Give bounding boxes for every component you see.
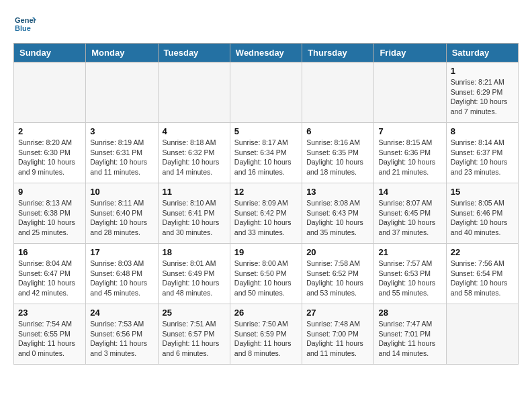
day-number: 20 [306, 247, 369, 257]
calendar-cell: 13Sunrise: 8:08 AM Sunset: 6:43 PM Dayli… [302, 183, 374, 244]
day-info: Sunrise: 8:10 AM Sunset: 6:41 PM Dayligh… [163, 198, 226, 238]
day-info: Sunrise: 8:18 AM Sunset: 6:32 PM Dayligh… [163, 138, 226, 177]
day-number: 14 [378, 187, 441, 197]
day-number: 21 [378, 247, 441, 257]
day-number: 12 [234, 187, 298, 197]
calendar-cell: 20Sunrise: 7:58 AM Sunset: 6:52 PM Dayli… [302, 244, 374, 304]
weekday-header-monday: Monday [86, 44, 158, 62]
day-info: Sunrise: 8:16 AM Sunset: 6:35 PM Dayligh… [306, 138, 369, 177]
day-number: 5 [234, 126, 298, 136]
day-number: 17 [90, 247, 153, 257]
day-info: Sunrise: 7:54 AM Sunset: 6:55 PM Dayligh… [18, 319, 81, 359]
day-number: 23 [18, 308, 81, 318]
calendar-cell: 3Sunrise: 8:19 AM Sunset: 6:31 PM Daylig… [86, 123, 158, 183]
day-number: 24 [90, 308, 153, 318]
page-header: General Blue [13, 13, 519, 36]
calendar-cell [302, 62, 374, 123]
calendar-cell: 22Sunrise: 7:56 AM Sunset: 6:54 PM Dayli… [446, 244, 518, 304]
day-number: 26 [234, 308, 298, 318]
day-number: 28 [378, 308, 441, 318]
day-number: 3 [90, 126, 153, 136]
weekday-header-saturday: Saturday [446, 44, 518, 62]
calendar-week-row: 9Sunrise: 8:13 AM Sunset: 6:38 PM Daylig… [14, 183, 519, 244]
calendar-body: 1Sunrise: 8:21 AM Sunset: 6:29 PM Daylig… [14, 62, 519, 365]
calendar-table: SundayMondayTuesdayWednesdayThursdayFrid… [13, 43, 519, 365]
day-info: Sunrise: 8:07 AM Sunset: 6:45 PM Dayligh… [378, 198, 441, 238]
day-number: 9 [18, 187, 81, 197]
day-info: Sunrise: 8:20 AM Sunset: 6:30 PM Dayligh… [18, 138, 81, 177]
calendar-cell: 10Sunrise: 8:11 AM Sunset: 6:40 PM Dayli… [86, 183, 158, 244]
weekday-header-tuesday: Tuesday [158, 44, 230, 62]
day-number: 1 [451, 66, 514, 76]
calendar-cell: 2Sunrise: 8:20 AM Sunset: 6:30 PM Daylig… [14, 123, 86, 183]
day-info: Sunrise: 8:00 AM Sunset: 6:50 PM Dayligh… [234, 259, 298, 298]
calendar-cell: 14Sunrise: 8:07 AM Sunset: 6:45 PM Dayli… [374, 183, 446, 244]
calendar-cell: 15Sunrise: 8:05 AM Sunset: 6:46 PM Dayli… [446, 183, 518, 244]
day-number: 25 [163, 308, 226, 318]
calendar-cell [230, 62, 302, 123]
calendar-cell: 25Sunrise: 7:51 AM Sunset: 6:57 PM Dayli… [158, 304, 230, 365]
day-info: Sunrise: 8:04 AM Sunset: 6:47 PM Dayligh… [18, 259, 81, 298]
day-info: Sunrise: 8:21 AM Sunset: 6:29 PM Dayligh… [451, 77, 514, 117]
calendar-cell: 24Sunrise: 7:53 AM Sunset: 6:56 PM Dayli… [86, 304, 158, 365]
svg-text:General: General [15, 16, 36, 24]
day-info: Sunrise: 8:05 AM Sunset: 6:46 PM Dayligh… [451, 198, 514, 238]
calendar-cell [374, 62, 446, 123]
calendar-cell [446, 304, 518, 365]
day-info: Sunrise: 8:13 AM Sunset: 6:38 PM Dayligh… [18, 198, 81, 238]
calendar-cell: 1Sunrise: 8:21 AM Sunset: 6:29 PM Daylig… [446, 62, 518, 123]
day-info: Sunrise: 8:11 AM Sunset: 6:40 PM Dayligh… [90, 198, 153, 238]
day-info: Sunrise: 7:57 AM Sunset: 6:53 PM Dayligh… [378, 259, 441, 298]
day-info: Sunrise: 8:14 AM Sunset: 6:37 PM Dayligh… [451, 138, 514, 177]
calendar-cell: 23Sunrise: 7:54 AM Sunset: 6:55 PM Dayli… [14, 304, 86, 365]
day-info: Sunrise: 7:56 AM Sunset: 6:54 PM Dayligh… [451, 259, 514, 298]
calendar-cell: 8Sunrise: 8:14 AM Sunset: 6:37 PM Daylig… [446, 123, 518, 183]
day-number: 15 [451, 187, 514, 197]
calendar-cell: 11Sunrise: 8:10 AM Sunset: 6:41 PM Dayli… [158, 183, 230, 244]
weekday-header-wednesday: Wednesday [230, 44, 302, 62]
calendar-week-row: 1Sunrise: 8:21 AM Sunset: 6:29 PM Daylig… [14, 62, 519, 123]
day-number: 10 [90, 187, 153, 197]
day-info: Sunrise: 8:09 AM Sunset: 6:42 PM Dayligh… [234, 198, 298, 238]
calendar-cell: 19Sunrise: 8:00 AM Sunset: 6:50 PM Dayli… [230, 244, 302, 304]
day-info: Sunrise: 7:58 AM Sunset: 6:52 PM Dayligh… [306, 259, 369, 298]
calendar-cell: 26Sunrise: 7:50 AM Sunset: 6:59 PM Dayli… [230, 304, 302, 365]
calendar-cell: 12Sunrise: 8:09 AM Sunset: 6:42 PM Dayli… [230, 183, 302, 244]
day-info: Sunrise: 7:47 AM Sunset: 7:01 PM Dayligh… [378, 319, 441, 359]
day-number: 27 [306, 308, 369, 318]
calendar-cell: 7Sunrise: 8:15 AM Sunset: 6:36 PM Daylig… [374, 123, 446, 183]
day-info: Sunrise: 7:53 AM Sunset: 6:56 PM Dayligh… [90, 319, 153, 359]
calendar-week-row: 23Sunrise: 7:54 AM Sunset: 6:55 PM Dayli… [14, 304, 519, 365]
day-number: 7 [378, 126, 441, 136]
day-number: 8 [451, 126, 514, 136]
calendar-cell: 6Sunrise: 8:16 AM Sunset: 6:35 PM Daylig… [302, 123, 374, 183]
day-info: Sunrise: 8:03 AM Sunset: 6:48 PM Dayligh… [90, 259, 153, 298]
day-info: Sunrise: 8:08 AM Sunset: 6:43 PM Dayligh… [306, 198, 369, 238]
day-number: 4 [163, 126, 226, 136]
calendar-cell: 16Sunrise: 8:04 AM Sunset: 6:47 PM Dayli… [14, 244, 86, 304]
calendar-week-row: 16Sunrise: 8:04 AM Sunset: 6:47 PM Dayli… [14, 244, 519, 304]
day-info: Sunrise: 7:50 AM Sunset: 6:59 PM Dayligh… [234, 319, 298, 359]
weekday-header-thursday: Thursday [302, 44, 374, 62]
logo-icon: General Blue [13, 13, 36, 36]
day-info: Sunrise: 8:17 AM Sunset: 6:34 PM Dayligh… [234, 138, 298, 177]
day-info: Sunrise: 7:51 AM Sunset: 6:57 PM Dayligh… [163, 319, 226, 359]
calendar-header: SundayMondayTuesdayWednesdayThursdayFrid… [14, 44, 519, 62]
day-number: 2 [18, 126, 81, 136]
calendar-cell [86, 62, 158, 123]
calendar-cell: 5Sunrise: 8:17 AM Sunset: 6:34 PM Daylig… [230, 123, 302, 183]
day-number: 16 [18, 247, 81, 257]
day-info: Sunrise: 8:19 AM Sunset: 6:31 PM Dayligh… [90, 138, 153, 177]
day-info: Sunrise: 8:15 AM Sunset: 6:36 PM Dayligh… [378, 138, 441, 177]
svg-text:Blue: Blue [15, 24, 31, 32]
calendar-cell: 28Sunrise: 7:47 AM Sunset: 7:01 PM Dayli… [374, 304, 446, 365]
day-info: Sunrise: 7:48 AM Sunset: 7:00 PM Dayligh… [306, 319, 369, 359]
calendar-week-row: 2Sunrise: 8:20 AM Sunset: 6:30 PM Daylig… [14, 123, 519, 183]
weekday-header-friday: Friday [374, 44, 446, 62]
day-number: 11 [163, 187, 226, 197]
calendar-cell [14, 62, 86, 123]
day-number: 18 [163, 247, 226, 257]
calendar-cell: 17Sunrise: 8:03 AM Sunset: 6:48 PM Dayli… [86, 244, 158, 304]
calendar-cell: 9Sunrise: 8:13 AM Sunset: 6:38 PM Daylig… [14, 183, 86, 244]
day-info: Sunrise: 8:01 AM Sunset: 6:49 PM Dayligh… [163, 259, 226, 298]
